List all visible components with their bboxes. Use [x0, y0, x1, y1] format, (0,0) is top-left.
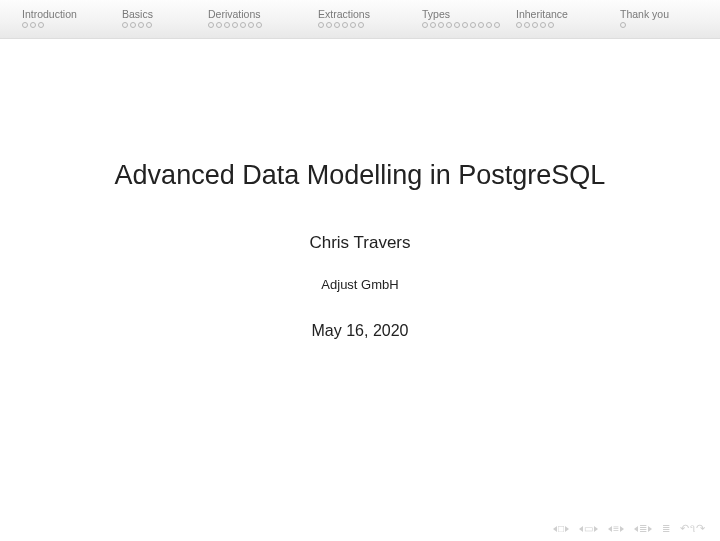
slide-dot[interactable]: [130, 22, 136, 28]
search-icon: ૧: [690, 522, 695, 535]
slide-dot[interactable]: [342, 22, 348, 28]
slide-dot[interactable]: [422, 22, 428, 28]
slide-dot[interactable]: [438, 22, 444, 28]
slide-dot[interactable]: [524, 22, 530, 28]
slide-dot[interactable]: [620, 22, 626, 28]
nav-progress-dots: [620, 22, 694, 28]
appendix-icon: ≣: [639, 524, 647, 534]
nav-loop-controls[interactable]: ↶ ૧ ↷: [677, 522, 708, 535]
nav-progress-dots: [422, 22, 500, 28]
prev-appendix-icon: [634, 526, 638, 532]
next-slide-icon: [565, 526, 569, 532]
slide-dot[interactable]: [122, 22, 128, 28]
frame-icon: □: [558, 524, 564, 534]
slide-dot[interactable]: [540, 22, 546, 28]
nav-progress-dots: [122, 22, 192, 28]
mode-icon: ≣: [662, 524, 670, 534]
slide-dot[interactable]: [446, 22, 452, 28]
slide-dot[interactable]: [454, 22, 460, 28]
title-slide-content: Advanced Data Modelling in PostgreSQL Ch…: [0, 160, 720, 340]
slide-dot[interactable]: [248, 22, 254, 28]
nav-label: Inheritance: [516, 8, 604, 20]
slide-dot[interactable]: [232, 22, 238, 28]
nav-subsection-controls[interactable]: ≡: [605, 524, 627, 534]
next-section-icon: [594, 526, 598, 532]
slide-dot[interactable]: [224, 22, 230, 28]
affiliation: Adjust GmbH: [0, 277, 720, 292]
nav-label: Introduction: [22, 8, 106, 20]
nav-label: Derivations: [208, 8, 302, 20]
nav-progress-dots: [22, 22, 100, 28]
slide-dot[interactable]: [494, 22, 500, 28]
nav-section-derivations[interactable]: Derivations: [200, 8, 310, 28]
nav-progress-dots: [318, 22, 396, 28]
forward-icon: ↷: [696, 522, 705, 535]
next-subsection-icon: [620, 526, 624, 532]
prev-slide-icon: [553, 526, 557, 532]
slide-dot[interactable]: [478, 22, 484, 28]
slide-dot[interactable]: [358, 22, 364, 28]
nav-section-inheritance[interactable]: Inheritance: [508, 8, 612, 28]
slide-dot[interactable]: [548, 22, 554, 28]
nav-section-basics[interactable]: Basics: [114, 8, 200, 28]
presentation-date: May 16, 2020: [0, 322, 720, 340]
slide-dot[interactable]: [146, 22, 152, 28]
prev-section-icon: [579, 526, 583, 532]
slide-dot[interactable]: [138, 22, 144, 28]
slide-dot[interactable]: [486, 22, 492, 28]
nav-label: Types: [422, 8, 500, 20]
section-icon: ▭: [584, 524, 593, 534]
slide-dot[interactable]: [240, 22, 246, 28]
nav-appendix-controls[interactable]: ≣: [631, 524, 655, 534]
section-nav-row: Introduction Basics Derivations: [0, 8, 720, 28]
subsection-icon: ≡: [613, 524, 619, 534]
nav-label: Thank you: [620, 8, 694, 20]
slide-dot[interactable]: [470, 22, 476, 28]
nav-section-thank-you[interactable]: Thank you: [612, 8, 702, 28]
nav-progress-dots: [516, 22, 594, 28]
prev-subsection-icon: [608, 526, 612, 532]
nav-presentation-mode[interactable]: ≣: [659, 524, 673, 534]
slide-dot[interactable]: [350, 22, 356, 28]
author-name: Chris Travers: [0, 233, 720, 253]
slide-dot[interactable]: [216, 22, 222, 28]
slide-dot[interactable]: [532, 22, 538, 28]
nav-section-introduction[interactable]: Introduction: [14, 8, 114, 28]
beamer-nav-footer: □ ▭ ≡ ≣ ≣ ↶ ૧ ↷: [550, 522, 708, 535]
section-nav-header: Introduction Basics Derivations: [0, 0, 720, 39]
nav-section-types[interactable]: Types: [414, 8, 508, 28]
back-icon: ↶: [680, 522, 689, 535]
slide-dot[interactable]: [22, 22, 28, 28]
slide-dot[interactable]: [208, 22, 214, 28]
nav-frame-controls[interactable]: □: [550, 524, 572, 534]
nav-label: Basics: [122, 8, 192, 20]
slide-dot[interactable]: [462, 22, 468, 28]
slide-dot[interactable]: [516, 22, 522, 28]
slide-dot[interactable]: [30, 22, 36, 28]
slide-dot[interactable]: [334, 22, 340, 28]
nav-progress-dots: [208, 22, 286, 28]
next-appendix-icon: [648, 526, 652, 532]
nav-section-extractions[interactable]: Extractions: [310, 8, 414, 28]
slide-dot[interactable]: [38, 22, 44, 28]
nav-label: Extractions: [318, 8, 406, 20]
slide-dot[interactable]: [430, 22, 436, 28]
presentation-title: Advanced Data Modelling in PostgreSQL: [0, 160, 720, 191]
nav-section-controls[interactable]: ▭: [576, 524, 601, 534]
slide-dot[interactable]: [318, 22, 324, 28]
slide-dot[interactable]: [256, 22, 262, 28]
slide-dot[interactable]: [326, 22, 332, 28]
